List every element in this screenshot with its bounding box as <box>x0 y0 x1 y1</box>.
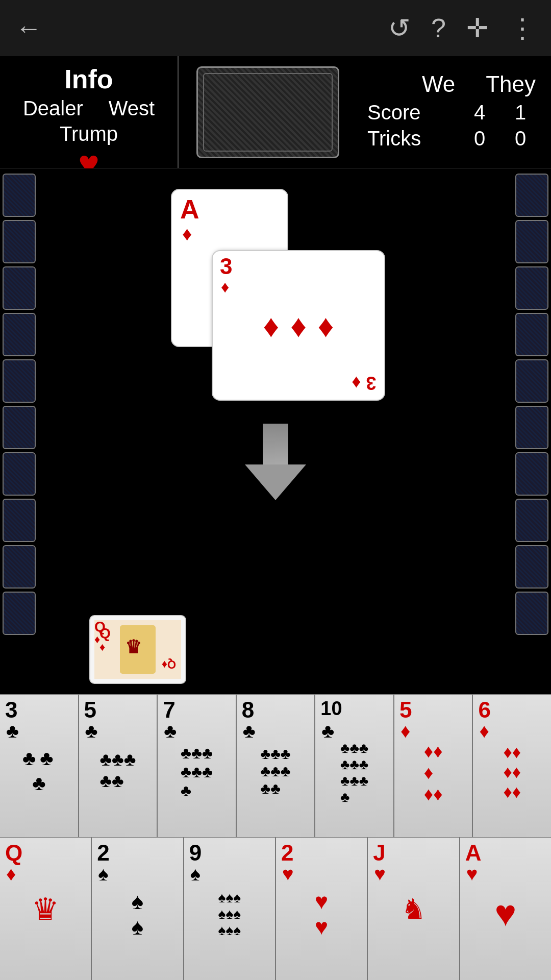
right-card-7[interactable] <box>515 452 548 496</box>
rank-8c: 8 <box>242 699 254 721</box>
dealer-row: Dealer West <box>10 97 167 120</box>
left-card-6[interactable] <box>3 406 36 449</box>
pips-8c: ♣♣♣♣♣♣♣♣ <box>260 745 290 797</box>
hand-row-1: 3 ♣ ♣♣♣ 5 ♣ ♣♣♣♣♣ 7 ♣ ♣♣♣♣♣♣♣ 8 ♣ <box>0 694 551 837</box>
hand-card-8c[interactable]: 8 ♣ ♣♣♣♣♣♣♣♣ <box>237 695 316 837</box>
rank-5c: 5 <box>84 699 96 721</box>
suit-2s: ♠ <box>98 864 108 884</box>
rank-2h: 2 <box>281 842 293 864</box>
right-card-3[interactable] <box>515 266 548 310</box>
left-card-4[interactable] <box>3 313 36 356</box>
tricks-label: Tricks <box>367 127 459 150</box>
top-bar: ← ↺ ? ✛ ⋮ <box>0 0 551 56</box>
add-button[interactable]: ✛ <box>466 13 489 43</box>
suit-ah: ♥ <box>466 864 478 884</box>
hand-card-6d[interactable]: 6 ♦ ♦♦♦♦♦♦ <box>473 695 551 837</box>
we-label: We <box>422 71 455 97</box>
score-table: We They Score 4 1 Tricks 0 0 <box>367 71 541 153</box>
right-card-2[interactable] <box>515 220 548 263</box>
tricks-we: 0 <box>459 127 500 150</box>
hand-card-10c[interactable]: 10 ♣ ♣♣♣♣♣♣♣♣♣♣ <box>315 695 394 837</box>
menu-button[interactable]: ⋮ <box>509 13 536 43</box>
suit-5c: ♣ <box>85 721 98 741</box>
pips-9s: ♠♠♠♠♠♠♠♠♠ <box>218 889 241 938</box>
left-card-3[interactable] <box>3 266 36 310</box>
right-card-6[interactable] <box>515 406 548 449</box>
left-card-10[interactable] <box>3 592 36 635</box>
they-label: They <box>486 71 536 97</box>
suit-3c: ♣ <box>6 721 19 741</box>
svg-text:♦: ♦ <box>99 641 105 653</box>
top-bar-right: ↺ ? ✛ ⋮ <box>388 13 536 43</box>
pip-2: ♦ <box>290 307 307 344</box>
ace-suit-tl: ♦ <box>182 223 192 245</box>
play-card-three[interactable]: 3 ♦ ♦ ♦ ♦ 3 ♦ <box>212 250 385 401</box>
left-card-8[interactable] <box>3 499 36 542</box>
hand-card-7c[interactable]: 7 ♣ ♣♣♣♣♣♣♣ <box>158 695 237 837</box>
pips-10c: ♣♣♣♣♣♣♣♣♣♣ <box>340 740 368 805</box>
suit-9s: ♠ <box>190 864 201 884</box>
queen-card[interactable]: Q ♦ Q ♦ ♛ Q♦ <box>89 615 186 684</box>
suit-10c: ♣ <box>321 721 334 741</box>
cards-in-play: A ♦ 3 ♦ ♦ ♦ ♦ 3 ♦ <box>161 189 390 408</box>
played-card-container: Q ♦ Q ♦ ♛ Q♦ <box>89 615 186 684</box>
help-button[interactable]: ? <box>431 13 446 43</box>
game-area: A ♦ 3 ♦ ♦ ♦ ♦ 3 ♦ Q ♦ <box>0 168 551 689</box>
right-card-5[interactable] <box>515 359 548 403</box>
pips-2s: ♠♠ <box>132 889 143 940</box>
tricks-they: 0 <box>500 127 541 150</box>
pips-5d: ♦♦♦♦♦ <box>424 740 443 804</box>
hand-card-jh[interactable]: J ♥ ♞ <box>368 838 460 980</box>
right-card-8[interactable] <box>515 499 548 542</box>
right-card-9[interactable] <box>515 545 548 589</box>
left-card-9[interactable] <box>3 545 36 589</box>
rank-5d: 5 <box>399 699 412 721</box>
suit-6d: ♦ <box>479 721 489 741</box>
score-row: Score 4 1 <box>367 101 541 124</box>
info-left: Info Dealer West Trump ♥ <box>0 56 179 168</box>
rank-3c: 3 <box>5 699 17 721</box>
suit-7c: ♣ <box>164 721 177 741</box>
left-card-1[interactable] <box>3 174 36 217</box>
dealer-label: Dealer <box>23 97 83 120</box>
suit-8c: ♣ <box>243 721 256 741</box>
score-label: Score <box>367 101 459 124</box>
hand-card-9s[interactable]: 9 ♠ ♠♠♠♠♠♠♠♠♠ <box>184 838 276 980</box>
pips-3c: ♣♣♣ <box>19 747 58 795</box>
rank-ah: A <box>465 842 482 864</box>
svg-text:♛: ♛ <box>125 636 141 657</box>
info-section: Info Dealer West Trump ♥ We They Score 4… <box>0 56 551 168</box>
hand-card-ah[interactable]: A ♥ ♥ <box>460 838 551 980</box>
pip-1: ♦ <box>263 307 280 344</box>
left-card-5[interactable] <box>3 359 36 403</box>
hand-card-2h[interactable]: 2 ♥ ♥♥ <box>276 838 368 980</box>
rank-10c: 10 <box>320 699 342 718</box>
three-rank-br: 3 ♦ <box>352 372 376 394</box>
right-card-1[interactable] <box>515 174 548 217</box>
three-rank-tl: 3 <box>220 255 232 278</box>
hand-card-3c[interactable]: 3 ♣ ♣♣♣ <box>0 695 79 837</box>
left-card-2[interactable] <box>3 220 36 263</box>
pip-3: ♦ <box>318 307 334 344</box>
hand-card-2s[interactable]: 2 ♠ ♠♠ <box>92 838 184 980</box>
hand-area: 3 ♣ ♣♣♣ 5 ♣ ♣♣♣♣♣ 7 ♣ ♣♣♣♣♣♣♣ 8 ♣ <box>0 694 551 980</box>
hand-card-qd[interactable]: Q ♦ ♛ <box>0 838 92 980</box>
arrow-down <box>245 424 306 500</box>
right-card-4[interactable] <box>515 313 548 356</box>
rank-6d: 6 <box>478 699 490 721</box>
face-qd: ♛ <box>0 838 91 980</box>
hand-card-5c[interactable]: 5 ♣ ♣♣♣♣♣ <box>79 695 158 837</box>
hand-card-5d[interactable]: 5 ♦ ♦♦♦♦♦ <box>394 695 473 837</box>
hand-row-2: Q ♦ ♛ 2 ♠ ♠♠ 9 ♠ ♠♠♠♠♠♠♠♠♠ 2 ♥ ♥♥ <box>0 837 551 980</box>
score-we: 4 <box>459 101 500 124</box>
left-side-stack <box>0 168 38 689</box>
undo-button[interactable]: ↺ <box>388 13 411 43</box>
three-suit-tl: ♦ <box>221 278 229 297</box>
right-card-10[interactable] <box>515 592 548 635</box>
left-card-7[interactable] <box>3 452 36 496</box>
dealer-value: West <box>109 97 155 120</box>
right-side-stack <box>513 168 551 689</box>
back-button[interactable]: ← <box>15 13 42 43</box>
rank-2s: 2 <box>97 842 109 864</box>
suit-5d: ♦ <box>400 721 410 741</box>
